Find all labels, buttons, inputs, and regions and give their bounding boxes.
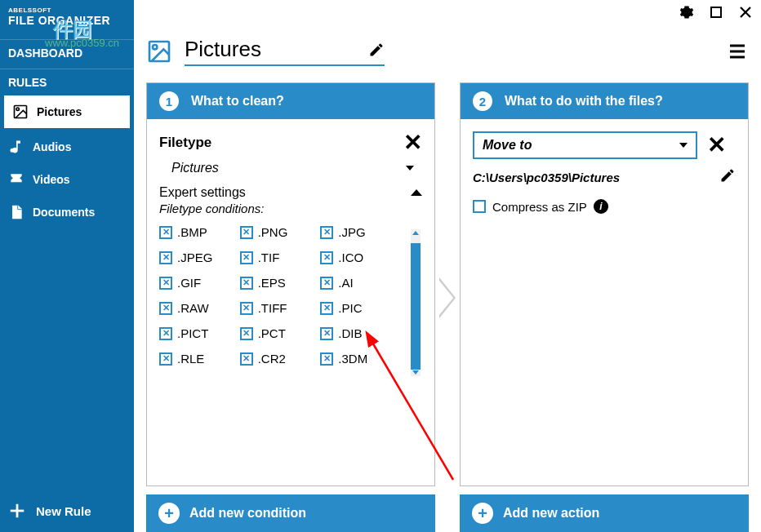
- svg-rect-0: [711, 7, 721, 17]
- action-value: Move to: [483, 138, 532, 153]
- panel1-title: What to clean?: [191, 94, 284, 109]
- checkbox-icon: ✕: [240, 251, 253, 264]
- add-condition-label: Add new condition: [189, 506, 306, 521]
- extension-label: .JPG: [338, 225, 365, 239]
- pencil-icon[interactable]: [368, 42, 385, 58]
- checkbox-icon: ✕: [320, 327, 333, 340]
- picture-icon: [146, 38, 172, 64]
- extension-label: .RAW: [177, 301, 209, 315]
- gear-icon[interactable]: [679, 5, 694, 20]
- checkbox-icon: ✕: [320, 277, 333, 290]
- scroll-down-icon[interactable]: [412, 370, 419, 375]
- scrollbar-thumb[interactable]: [411, 243, 421, 370]
- extension-label: .CR2: [258, 352, 286, 366]
- panel-what-to-do: 2 What to do with the files? Move to ✕ C…: [460, 82, 749, 486]
- plus-circle-icon: +: [158, 503, 180, 524]
- panels-row: 1 What to clean? Filetype ✕ Pictures Exp…: [146, 82, 749, 532]
- page-header: Pictures: [146, 37, 749, 66]
- extension-item[interactable]: ✕.AI: [320, 276, 398, 290]
- extension-item[interactable]: ✕.PCT: [240, 326, 318, 340]
- remove-action-icon[interactable]: ✕: [707, 134, 726, 157]
- svg-point-9: [153, 45, 157, 49]
- scroll-up-icon[interactable]: [412, 231, 419, 235]
- plus-icon: [8, 502, 26, 520]
- checkbox-icon: ✕: [320, 302, 333, 315]
- extension-label: .AI: [338, 276, 353, 290]
- add-condition-button[interactable]: + Add new condition: [146, 494, 435, 532]
- sidebar-item-audios[interactable]: Audios: [0, 131, 134, 163]
- info-icon[interactable]: i: [594, 199, 608, 214]
- extension-item[interactable]: ✕.PNG: [240, 225, 318, 239]
- audio-icon: [8, 139, 24, 155]
- page-title-wrap[interactable]: Pictures: [185, 37, 385, 66]
- extension-item[interactable]: ✕.DIB: [320, 326, 398, 340]
- page-title: Pictures: [185, 37, 368, 62]
- sidebar-item-videos[interactable]: Videos: [0, 163, 134, 196]
- checkbox-icon: ✕: [240, 302, 253, 315]
- panel2-col: 2 What to do with the files? Move to ✕ C…: [460, 82, 749, 532]
- add-action-label: Add new action: [503, 506, 599, 521]
- panel1-col: 1 What to clean? Filetype ✕ Pictures Exp…: [146, 82, 435, 532]
- extension-label: .EPS: [258, 276, 286, 290]
- extension-item[interactable]: ✕.TIFF: [240, 301, 318, 315]
- hamburger-icon[interactable]: [726, 42, 749, 61]
- extension-label: .TIF: [258, 250, 280, 264]
- extension-item[interactable]: ✕.EPS: [240, 276, 318, 290]
- caret-down-icon: [406, 166, 414, 171]
- extension-item[interactable]: ✕.JPEG: [159, 250, 237, 264]
- extension-item[interactable]: ✕.ICO: [320, 250, 398, 264]
- extension-item[interactable]: ✕.GIF: [159, 276, 237, 290]
- maximize-icon[interactable]: [709, 5, 723, 20]
- main-content: Pictures 1 What to clean? Filetype: [134, 24, 761, 532]
- extension-item[interactable]: ✕.RLE: [159, 352, 237, 366]
- extension-item[interactable]: ✕.RAW: [159, 301, 237, 315]
- new-rule-label: New Rule: [36, 504, 91, 518]
- destination-path: C:\Users\pc0359\Pictures: [473, 171, 620, 184]
- extension-item[interactable]: ✕.BMP: [159, 225, 237, 239]
- sidebar-item-label: Pictures: [37, 105, 82, 118]
- pencil-icon[interactable]: [719, 167, 736, 187]
- add-action-button[interactable]: + Add new action: [460, 494, 749, 532]
- extension-label: .ICO: [338, 250, 363, 264]
- filetype-label: Filetype: [159, 135, 211, 151]
- checkbox-icon: ✕: [320, 226, 333, 239]
- extension-label: .RLE: [177, 352, 204, 366]
- caret-down-icon: [679, 143, 688, 148]
- sidebar-item-documents[interactable]: Documents: [0, 196, 134, 228]
- extension-label: .PIC: [338, 301, 362, 315]
- sidebar-item-label: Videos: [33, 173, 70, 186]
- extension-item[interactable]: ✕.3DM: [320, 352, 398, 366]
- extension-item[interactable]: ✕.JPG: [320, 225, 398, 239]
- expert-settings-label[interactable]: Expert settings: [159, 185, 246, 200]
- close-icon[interactable]: [738, 5, 753, 20]
- checkbox-icon: ✕: [159, 352, 172, 366]
- step-number: 1: [159, 91, 179, 111]
- checkbox-icon: ✕: [240, 352, 253, 366]
- sidebar-item-pictures[interactable]: Pictures: [4, 95, 130, 128]
- extension-label: .BMP: [177, 225, 207, 239]
- filetype-conditions-label: Filetype conditions:: [159, 202, 422, 215]
- remove-filetype-icon[interactable]: ✕: [403, 131, 422, 154]
- rules-section: RULES: [0, 69, 134, 93]
- extension-item[interactable]: ✕.CR2: [240, 352, 318, 366]
- checkbox-icon: ✕: [159, 251, 172, 264]
- picture-icon: [12, 104, 29, 120]
- new-rule-button[interactable]: New Rule: [0, 490, 134, 532]
- filetype-select[interactable]: Pictures: [171, 161, 422, 175]
- checkbox-icon: ✕: [320, 251, 333, 264]
- compress-checkbox[interactable]: [473, 200, 486, 213]
- action-select[interactable]: Move to: [473, 131, 697, 159]
- caret-up-icon[interactable]: [411, 189, 422, 196]
- extension-item[interactable]: ✕.TIF: [240, 250, 318, 264]
- extension-item[interactable]: ✕.PICT: [159, 326, 237, 340]
- document-icon: [8, 204, 24, 220]
- checkbox-icon: ✕: [159, 277, 172, 290]
- extension-item[interactable]: ✕.PIC: [320, 301, 398, 315]
- watermark-url: www.pc0359.cn: [45, 37, 119, 49]
- brand-line1: ABELSSOFT: [8, 7, 126, 14]
- panel-what-to-clean: 1 What to clean? Filetype ✕ Pictures Exp…: [146, 82, 435, 486]
- extension-label: .PNG: [258, 225, 288, 239]
- scrollbar[interactable]: [411, 229, 421, 376]
- svg-point-4: [16, 108, 19, 110]
- extension-label: .DIB: [338, 326, 362, 340]
